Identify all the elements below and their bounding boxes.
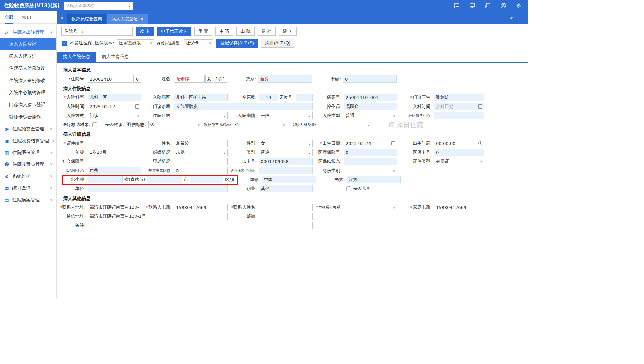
tab-patient-maternity-info[interactable]: 病人生育信息 bbox=[96, 52, 135, 62]
sidebar-group-cashier-mgmt[interactable]: ☻ 住院收费员管理 ∨ bbox=[0, 158, 56, 170]
no-insurance-checkbox[interactable]: ✓ bbox=[62, 41, 67, 46]
open-tab-admission-register[interactable]: 病人入院登记 × bbox=[107, 14, 148, 24]
reset-button[interactable]: 重 置 bbox=[194, 27, 213, 36]
birthplace-district-field[interactable] bbox=[190, 176, 223, 183]
admission-no-search-input[interactable] bbox=[86, 27, 132, 35]
admit-way-select[interactable]: 门诊∨ bbox=[88, 112, 141, 119]
sidebar-item-admission-center-booking[interactable]: 入院中心预约管理 bbox=[0, 87, 56, 99]
create-record-button[interactable]: 建 档 bbox=[258, 27, 276, 36]
admit-time-field[interactable]: 2025-02-17 bbox=[88, 103, 141, 110]
clock-icon[interactable] bbox=[478, 141, 482, 145]
sidebar-group-system-maintenance[interactable]: ⚙ 系统维护 ∨ bbox=[0, 170, 56, 182]
refresh-button[interactable]: 刷新(ALT+Q) bbox=[261, 39, 294, 48]
tabs-back-icon[interactable]: < bbox=[57, 15, 67, 20]
annual-pool-limit-field[interactable]: 0 bbox=[174, 167, 228, 174]
tab-patient-admission-info[interactable]: 病人住院信息 bbox=[57, 52, 96, 62]
mailing-address-field[interactable]: 福清市江阴镇南曹村130-1号 bbox=[88, 213, 228, 220]
patient-group-type-select[interactable]: ∨ bbox=[318, 121, 372, 128]
id-type-select[interactable]: 身份证∨ bbox=[434, 158, 484, 165]
admit-ward-field[interactable]: 儿科一区护士站 bbox=[174, 94, 228, 101]
contact-address-field[interactable]: 福清市江阴镇南曹村130- bbox=[88, 204, 141, 211]
sidebar-group-insurance[interactable]: ▥ 住院医保管理 ∨ bbox=[0, 147, 56, 158]
apply-button[interactable]: 申 请 bbox=[215, 27, 233, 36]
remarks-field[interactable] bbox=[88, 222, 313, 229]
community-center-field[interactable] bbox=[434, 112, 484, 119]
dept-entry-time-field[interactable]: 入科日期 bbox=[434, 103, 484, 110]
sidebar-item-visit-card-ops[interactable]: 就诊卡综合操作 bbox=[0, 111, 56, 123]
occupation-field[interactable]: 其他 bbox=[259, 185, 313, 192]
identity-category-select[interactable]: ∨ bbox=[344, 167, 397, 174]
calendar-icon[interactable] bbox=[478, 104, 482, 109]
sidebar-item-admission-register[interactable]: 病人入院登记 bbox=[0, 38, 56, 50]
category-select[interactable]: 普通∨ bbox=[259, 149, 313, 156]
age-field[interactable]: 1岁10月 bbox=[88, 149, 141, 156]
auth-type-select[interactable]: 社保卡 ∨ bbox=[184, 39, 213, 47]
chevron-down-icon[interactable]: ∨ bbox=[128, 4, 133, 8]
gender-select[interactable]: 女∨ bbox=[259, 140, 313, 147]
ethnicity-field[interactable]: 汉族 bbox=[347, 176, 401, 183]
birth-hour-field[interactable]: 00:00:00 bbox=[434, 140, 484, 147]
sidebar-group-medical-records[interactable]: ▤ 住院病案管理 ∨ bbox=[0, 194, 56, 206]
birth-date-field[interactable]: 2023-03-24 bbox=[344, 140, 397, 147]
user-account-icon[interactable] bbox=[500, 2, 507, 9]
sidebar-item-fee-type-edit[interactable]: 住院病人费别修改 bbox=[0, 74, 56, 87]
stay-purpose-select[interactable]: ∨ bbox=[174, 112, 228, 119]
admit-dept-field[interactable]: 儿科一区 bbox=[88, 94, 141, 101]
sidebar-item-admission-cancel[interactable]: 病人入院取消 bbox=[0, 50, 56, 62]
discharge-button[interactable]: 出 院 bbox=[236, 27, 255, 36]
birthplace-city-field[interactable] bbox=[147, 176, 182, 183]
calendar-icon[interactable] bbox=[135, 104, 139, 109]
save-button[interactable]: 登记保存(ALT+S) bbox=[216, 39, 258, 48]
outpatient-diagnosis-field[interactable]: 支气管肺炎 bbox=[174, 103, 313, 110]
insurance-version-select[interactable]: 国家基线版 ∨ bbox=[117, 39, 154, 47]
social-security-no-field[interactable] bbox=[88, 158, 141, 165]
tabs-more-icon[interactable]: ⋯ bbox=[519, 15, 523, 20]
patient-name-field[interactable]: 龙希婷 bbox=[174, 75, 205, 83]
contact-name-field[interactable] bbox=[259, 204, 313, 211]
medical-aid-checkbox[interactable] bbox=[92, 122, 97, 127]
admission-no-extra-field[interactable]: 0 bbox=[133, 75, 141, 83]
id-number-field[interactable] bbox=[88, 140, 141, 147]
employer-field[interactable] bbox=[88, 185, 228, 192]
create-card-button[interactable]: 建 卡 bbox=[279, 27, 297, 36]
menu-search-input[interactable] bbox=[64, 3, 128, 8]
menu-search[interactable]: ∨ bbox=[64, 2, 133, 10]
third-party-flag-select[interactable]: 否∨ bbox=[233, 121, 287, 128]
admission-no-field[interactable]: 25001410 bbox=[88, 75, 132, 83]
message-icon[interactable] bbox=[453, 2, 460, 9]
admit-type-select[interactable]: 普通∨ bbox=[344, 112, 397, 119]
read-card-button[interactable]: 读 卡 bbox=[136, 27, 154, 36]
bed-no-field[interactable] bbox=[296, 94, 313, 101]
scheduled-admission-checkbox[interactable] bbox=[389, 122, 394, 127]
fee-type-field[interactable]: 自费 bbox=[258, 75, 312, 83]
sidebar-group-settlement[interactable]: ▣ 住院收费结算管理 ∨ bbox=[0, 135, 56, 147]
e-cert-read-card-button[interactable]: 电子凭证读卡 bbox=[157, 27, 191, 36]
sidebar-group-deposit[interactable]: ◉ 住院预交金管理 ∨ bbox=[0, 123, 56, 135]
calendar-icon[interactable] bbox=[391, 141, 395, 145]
sidebar-group-inout-transfer[interactable]: ⇄ 住院入出转管理 ∧ bbox=[0, 26, 56, 38]
tab-all[interactable]: 全部 bbox=[5, 11, 13, 24]
home-phone-field[interactable]: 15880412669 bbox=[434, 204, 484, 211]
detail-name-field[interactable]: 龙希婷 bbox=[174, 140, 228, 147]
sidebar-item-outpatient-card-register[interactable]: 门诊病人建卡登记 bbox=[0, 99, 56, 111]
nationality-field[interactable]: 中国 bbox=[262, 176, 316, 183]
marital-status-select[interactable]: 未婚∨ bbox=[174, 149, 228, 156]
birthplace-province-field[interactable] bbox=[88, 176, 123, 183]
is-child-checkbox[interactable] bbox=[346, 186, 351, 191]
close-tab-icon[interactable]: × bbox=[140, 16, 144, 21]
hamburger-icon[interactable]: ≡ bbox=[41, 14, 46, 21]
contact-phone-field[interactable]: 15880412669 bbox=[174, 204, 228, 211]
postcode-field[interactable] bbox=[259, 213, 313, 220]
sidebar-group-statistics[interactable]: ▦ 统计查询 ∨ bbox=[0, 182, 56, 194]
open-tab-cashier-query[interactable]: 收费员综合查询 bbox=[67, 14, 106, 24]
trauma-flag-select[interactable]: 否∨ bbox=[148, 121, 202, 128]
settings-gear-icon[interactable]: ⚙ bbox=[515, 2, 522, 9]
remote-assist-icon[interactable] bbox=[469, 2, 476, 9]
outpatient-doctor-field[interactable]: 张剑雄 bbox=[434, 94, 484, 101]
tabs-forward-icon[interactable]: > bbox=[509, 15, 513, 20]
sidebar-item-patient-info-edit[interactable]: 住院病人信息修改 bbox=[0, 62, 56, 74]
contact-relation-select[interactable]: ∨ bbox=[344, 204, 397, 211]
tab-common[interactable]: 常用 bbox=[22, 11, 31, 24]
admit-condition-select[interactable]: 一般∨ bbox=[259, 112, 313, 119]
employment-status-field[interactable] bbox=[174, 158, 228, 165]
